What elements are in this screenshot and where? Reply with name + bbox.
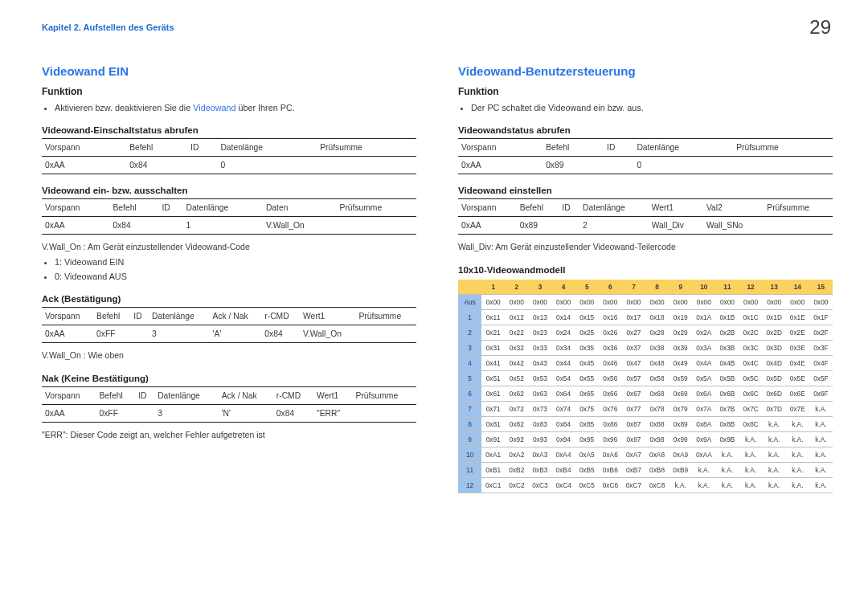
matrix-cell: 0xB6: [599, 462, 622, 477]
matrix-cell: 0x14: [552, 309, 575, 325]
matrix-cell: 0xA3: [528, 447, 551, 462]
matrix-cell: k.A.: [715, 477, 739, 492]
matrix-cell: 0x3E: [786, 340, 809, 355]
matrix-cell: 0x5C: [739, 370, 763, 386]
matrix-col-head: 14: [786, 280, 809, 295]
matrix-cell: 0x3C: [739, 340, 763, 355]
right-funktion-h: Funktion: [458, 86, 833, 97]
matrix-cell: 0x75: [575, 401, 599, 416]
matrix-cell: 0x7A: [692, 401, 715, 416]
matrix-cell: 0xA7: [622, 447, 645, 462]
matrix-cell: 0x2A: [692, 325, 715, 340]
matrix-cell: 0xA4: [552, 447, 575, 462]
matrix-cell: 0x3B: [715, 340, 739, 355]
matrix-cell: 0x12: [505, 309, 528, 325]
matrix-cell: k.A.: [763, 447, 786, 462]
matrix-col-head: 4: [552, 280, 575, 295]
matrix-cell: 0x51: [481, 370, 505, 386]
left-sec1-h: Videowand-Einschaltstatus abrufen: [42, 125, 416, 135]
matrix-cell: 0x1D: [763, 309, 786, 325]
matrix-cell: 0x00: [809, 294, 833, 309]
matrix-cell: 0x85: [575, 416, 599, 431]
err-note: "ERR": Dieser Code zeigt an, welcher Feh…: [42, 429, 416, 442]
matrix-cell: 0xB1: [481, 462, 505, 477]
matrix-cell: k.A.: [809, 477, 833, 492]
matrix-cell: k.A.: [786, 447, 809, 462]
left-nak-h: Nak (Keine Bestätigung): [42, 374, 416, 383]
matrix-cell: 0x3A: [692, 340, 715, 355]
matrix-cell: 0x27: [622, 325, 645, 340]
matrix-cell: 0x6E: [786, 386, 809, 401]
matrix-cell: k.A.: [669, 477, 692, 492]
matrix-cell: 0x8C: [739, 416, 763, 431]
matrix-cell: 0x64: [552, 386, 575, 401]
matrix-row-head: 1: [458, 309, 481, 325]
matrix-col-head: 9: [669, 280, 692, 295]
matrix-cell: 0x63: [528, 386, 551, 401]
matrix-row-head: 12: [458, 477, 481, 492]
matrix-cell: 0x6D: [763, 386, 786, 401]
matrix-cell: k.A.: [739, 447, 763, 462]
matrix-cell: k.A.: [763, 462, 786, 477]
walldiv-note: Wall_Div: Am Gerät einzustellender Video…: [458, 241, 833, 254]
matrix-col-head: [458, 280, 481, 295]
matrix-col-head: 2: [505, 280, 528, 295]
page-number: 29: [809, 16, 831, 39]
matrix-row-head: 9: [458, 431, 481, 447]
left-sec2-h: Videowand ein- bzw. ausschalten: [42, 186, 416, 195]
matrix-cell: 0x18: [645, 309, 669, 325]
matrix-cell: 0x69: [669, 386, 692, 401]
left-title: Videowand EIN: [42, 64, 416, 78]
left-column: Videowand EIN Funktion Aktivieren bzw. d…: [42, 64, 416, 493]
matrix-col-head: 10: [692, 280, 715, 295]
ack-note: V.Wall_On : Wie oben: [42, 349, 416, 362]
matrix-cell: 0x89: [669, 416, 692, 431]
matrix-cell: 0xA5: [575, 447, 599, 462]
matrix-cell: 0x1E: [786, 309, 809, 325]
matrix-cell: 0x91: [481, 431, 505, 447]
matrix-cell: 0x4A: [692, 355, 715, 370]
matrix-cell: 0x61: [481, 386, 505, 401]
matrix-cell: 0x72: [505, 401, 528, 416]
matrix-cell: k.A.: [739, 462, 763, 477]
matrix-row-head: 3: [458, 340, 481, 355]
matrix-col-head: 3: [528, 280, 551, 295]
matrix-cell: 0x00: [481, 294, 505, 309]
matrix-cell: k.A.: [786, 477, 809, 492]
matrix-cell: 0x81: [481, 416, 505, 431]
matrix-cell: 0x65: [575, 386, 599, 401]
matrix-cell: 0x76: [599, 401, 622, 416]
matrix-cell: 0x62: [505, 386, 528, 401]
matrix-cell: k.A.: [809, 462, 833, 477]
matrix-cell: 0x78: [645, 401, 669, 416]
matrix-cell: 0x48: [645, 355, 669, 370]
matrix-col-head: 15: [809, 280, 833, 295]
matrix-cell: 0x13: [528, 309, 551, 325]
matrix-cell: 0x16: [599, 309, 622, 325]
matrix-col-head: 6: [599, 280, 622, 295]
matrix-cell: 0x4B: [715, 355, 739, 370]
matrix-cell: 0x87: [622, 416, 645, 431]
matrix-cell: 0xB8: [645, 462, 669, 477]
matrix-cell: 0x00: [599, 294, 622, 309]
matrix-cell: 0xC5: [575, 477, 599, 492]
matrix-cell: 0xB2: [505, 462, 528, 477]
matrix-cell: 0x22: [505, 325, 528, 340]
matrix-cell: 0xB5: [575, 462, 599, 477]
matrix-row-head: 10: [458, 447, 481, 462]
matrix-cell: 0x79: [669, 401, 692, 416]
right-funktion-bullet: Der PC schaltet die Videowand ein bzw. a…: [471, 101, 833, 114]
matrix-cell: 0x71: [481, 401, 505, 416]
right-title: Videowand-Benutzersteuerung: [458, 64, 833, 78]
matrix-cell: 0x41: [481, 355, 505, 370]
matrix-cell: 0x00: [763, 294, 786, 309]
left-ack-h: Ack (Bestätigung): [42, 294, 416, 304]
matrix-cell: 0x5F: [809, 370, 833, 386]
matrix-cell: 0x44: [552, 355, 575, 370]
matrix-cell: 0x5E: [786, 370, 809, 386]
matrix-cell: 0x00: [645, 294, 669, 309]
matrix-cell: 0x97: [622, 431, 645, 447]
matrix-cell: 0x00: [505, 294, 528, 309]
matrix-cell: k.A.: [692, 462, 715, 477]
matrix-cell: 0x66: [599, 386, 622, 401]
